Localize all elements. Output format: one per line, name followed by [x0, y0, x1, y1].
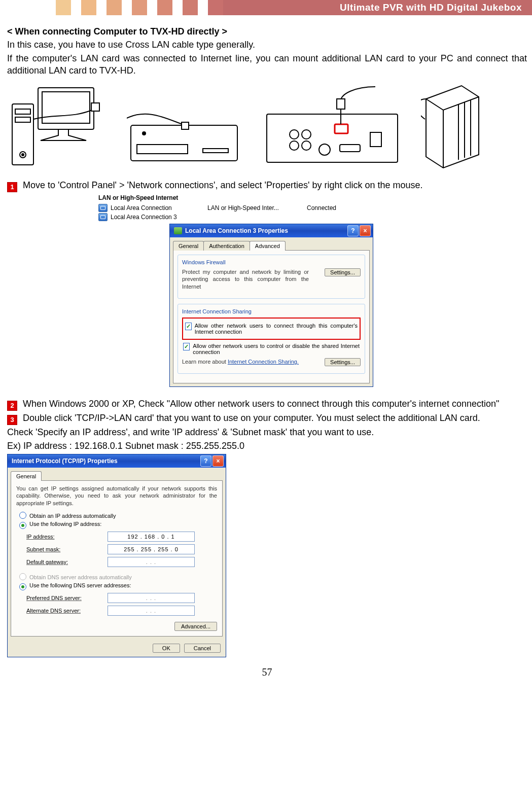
lan-row-2[interactable]: Local Area Connection 3 — [98, 213, 362, 222]
advanced-button[interactable]: Advanced... — [174, 622, 217, 631]
step-3-line: 3 Double click 'TCP/IP->LAN card' that y… — [7, 412, 527, 425]
page-number: 57 — [7, 666, 527, 678]
alt-dns-label: Alternate DNS server: — [26, 608, 108, 614]
ics-highlight: ✓ Allow other network users to connect t… — [182, 318, 361, 340]
ics-allow-control-checkbox[interactable]: ✓ Allow other network users to control o… — [182, 342, 361, 356]
close-button[interactable]: × — [212, 455, 224, 467]
lan-row-1[interactable]: Local Area Connection LAN or High-Speed … — [98, 203, 362, 213]
ip-dialog-title: Internet Protocol (TCP/IP) Properties — [12, 457, 199, 465]
ok-button[interactable]: OK — [153, 644, 180, 653]
page-header-title: Ultimate PVR with HD Digital Jukebox — [223, 0, 532, 15]
lac-properties-dialog: Local Area Connection 3 Properties ? × G… — [169, 224, 373, 387]
radio-obtain-dns: Obtain DNS server address automatically — [19, 573, 217, 580]
computer-illustration — [10, 84, 107, 170]
connection-icon — [98, 213, 108, 221]
svg-point-11 — [143, 132, 146, 135]
subnet-field[interactable]: 255 . 255 . 255 . 0 — [108, 544, 195, 554]
dialog-title: Local Area Connection 3 Properties — [185, 227, 346, 234]
ics-group: Internet Connection Sharing ✓ Allow othe… — [178, 304, 365, 374]
ip-address-field[interactable]: 192 . 168 . 0 . 1 — [108, 532, 195, 542]
badge-3: 3 — [7, 415, 17, 425]
example-line: Ex) IP address : 192.168.0.1 Subnet mask… — [7, 440, 527, 452]
subnet-label: Subnet mask: — [26, 546, 108, 552]
firewall-desc: Protect my computer and network by limit… — [182, 268, 309, 290]
step-2-line: 2 When Windows 2000 or XP, Check "Allow … — [7, 398, 527, 411]
radio-use-dns[interactable]: Use the following DNS server addresses: — [19, 582, 217, 590]
gateway-field[interactable]: . . . — [108, 557, 195, 567]
check-line: Check 'Specify an IP address', and write… — [7, 426, 527, 438]
help-button[interactable]: ? — [200, 455, 211, 467]
top-strip: Ultimate PVR with HD Digital Jukebox — [0, 0, 532, 15]
router-illustration — [421, 84, 482, 170]
radio-obtain-ip[interactable]: Obtain an IP address automatically — [19, 512, 217, 519]
pref-dns-label: Preferred DNS server: — [26, 595, 108, 601]
ip-address-label: IP address: — [26, 534, 108, 540]
svg-rect-22 — [337, 99, 345, 109]
tab-advanced[interactable]: Advanced — [250, 241, 286, 251]
intro-line-2: If the computer's LAN card was connected… — [7, 52, 527, 77]
svg-point-6 — [22, 154, 24, 156]
gateway-label: Default gateway: — [26, 559, 108, 565]
ics-link[interactable]: Internet Connection Sharing. — [228, 359, 299, 365]
svg-rect-8 — [131, 125, 237, 161]
tab-authentication[interactable]: Authentication — [203, 241, 250, 251]
ics-allow-connect-checkbox[interactable]: ✓ Allow other network users to connect t… — [184, 322, 359, 336]
network-connections-list: LAN or High-Speed Internet Local Area Co… — [98, 194, 362, 387]
tvx-box-rear-illustration — [264, 84, 401, 170]
network-icon — [174, 227, 182, 234]
alt-dns-field[interactable]: . . . — [108, 606, 195, 616]
firewall-settings-button[interactable]: Settings... — [325, 268, 361, 276]
lan-header: LAN or High-Speed Internet — [98, 194, 362, 201]
svg-rect-13 — [267, 114, 398, 162]
tcpip-properties-dialog: Internet Protocol (TCP/IP) Properties ? … — [7, 454, 226, 657]
tab-general[interactable]: General — [11, 471, 42, 481]
tvx-box-front-illustration — [127, 104, 243, 170]
svg-rect-12 — [182, 122, 189, 129]
firewall-group: Windows Firewall Settings... Protect my … — [178, 255, 365, 299]
cancel-button[interactable]: Cancel — [184, 644, 221, 653]
ip-desc: You can get IP settings assigned automat… — [16, 485, 217, 507]
badge-1: 1 — [7, 182, 17, 192]
step-1-line: 1 Move to 'Control Panel' > 'Network con… — [7, 179, 527, 192]
close-button[interactable]: × — [360, 225, 371, 236]
pref-dns-field[interactable]: . . . — [108, 593, 195, 603]
connection-icon — [98, 204, 108, 212]
section-title: < When connecting Computer to TVX-HD dir… — [7, 25, 527, 38]
badge-2: 2 — [7, 401, 17, 411]
ics-settings-button[interactable]: Settings... — [325, 358, 361, 366]
hardware-diagram — [7, 84, 527, 170]
svg-rect-7 — [91, 103, 99, 111]
ics-legend: Internet Connection Sharing — [182, 308, 361, 314]
radio-use-ip[interactable]: Use the following IP address: — [19, 521, 217, 529]
help-button[interactable]: ? — [347, 225, 359, 236]
tab-general[interactable]: General — [173, 241, 204, 251]
firewall-legend: Windows Firewall — [182, 259, 361, 265]
intro-line-1: In this case, you have to use Cross LAN … — [7, 39, 527, 51]
ics-learn-more: Learn more about Internet Connection Sha… — [182, 358, 299, 365]
